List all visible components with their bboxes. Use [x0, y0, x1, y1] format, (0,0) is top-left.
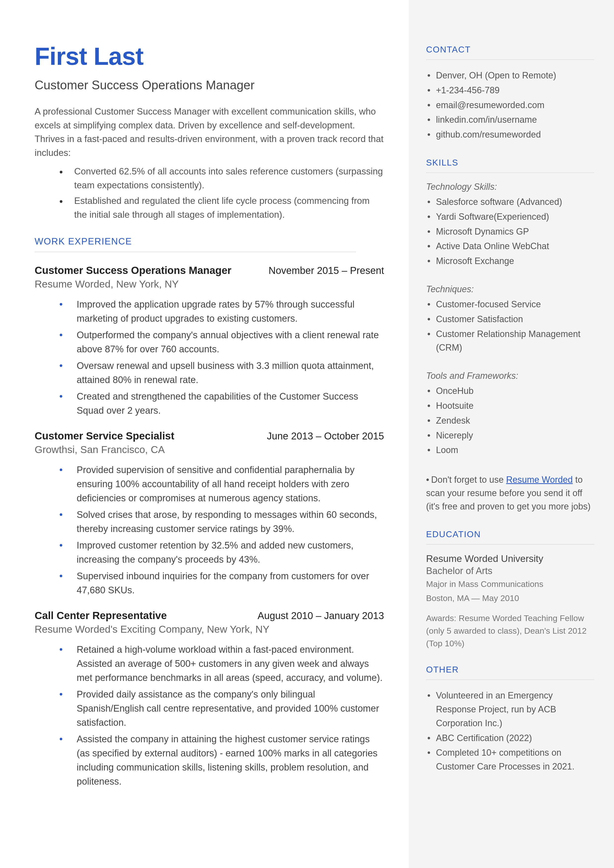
job-bullet: Supervised inbound inquiries for the com…	[59, 569, 384, 597]
side-rule	[426, 59, 594, 60]
skills-note: •Don't forget to use Resume Worded to sc…	[426, 473, 594, 513]
skill-item: Salesforce software (Advanced)	[426, 195, 594, 209]
job-bullet: Oversaw renewal and upsell business with…	[59, 359, 384, 387]
job-entry: Customer Success Operations Manager Nove…	[35, 264, 384, 418]
side-column: CONTACT Denver, OH (Open to Remote) +1-2…	[409, 0, 614, 868]
job-company: Resume Worded's Exciting Company, New Yo…	[35, 624, 384, 635]
job-bullets: Provided supervision of sensitive and co…	[35, 463, 384, 597]
education-school: Resume Worded University	[426, 553, 594, 564]
job-bullet: Provided supervision of sensitive and co…	[59, 463, 384, 505]
skills-group-title: Techniques:	[426, 284, 594, 295]
contact-item: +1-234-456-789	[426, 83, 594, 97]
section-rule	[35, 252, 356, 252]
job-bullet: Created and strengthened the capabilitie…	[59, 390, 384, 418]
bullet-icon: •	[426, 475, 431, 485]
contact-list: Denver, OH (Open to Remote) +1-234-456-7…	[426, 68, 594, 141]
main-column: First Last Customer Success Operations M…	[0, 0, 409, 868]
skill-item: Customer-focused Service	[426, 297, 594, 311]
skill-item: Zendesk	[426, 414, 594, 427]
other-heading: OTHER	[426, 665, 594, 674]
skill-item: Hootsuite	[426, 399, 594, 413]
other-list: Volunteered in an Emergency Response Pro…	[426, 689, 594, 773]
education-awards: Awards: Resume Worded Teaching Fellow (o…	[426, 612, 594, 650]
skill-item: Customer Relationship Management (CRM)	[426, 327, 594, 355]
skills-group-title: Tools and Frameworks:	[426, 371, 594, 381]
job-header: Call Center Representative August 2010 –…	[35, 610, 384, 621]
skills-group-title: Technology Skills:	[426, 182, 594, 192]
skill-item: Active Data Online WebChat	[426, 239, 594, 253]
job-bullet: Provided daily assistance as the company…	[59, 687, 384, 730]
side-rule	[426, 172, 594, 173]
note-prefix: Don't forget to use	[431, 475, 506, 485]
contact-item: linkedin.com/in/username	[426, 113, 594, 127]
skill-item: Microsoft Dynamics GP	[426, 225, 594, 239]
job-bullets: Improved the application upgrade rates b…	[35, 297, 384, 418]
job-bullet: Assisted the company in attaining the hi…	[59, 732, 384, 789]
skills-heading: SKILLS	[426, 158, 594, 168]
job-header: Customer Service Specialist June 2013 – …	[35, 430, 384, 442]
contact-heading: CONTACT	[426, 45, 594, 54]
job-bullet: Outperformed the company's annual object…	[59, 328, 384, 356]
summary-text: A professional Customer Success Manager …	[35, 105, 384, 160]
side-rule	[426, 679, 594, 680]
other-item: Volunteered in an Emergency Response Pro…	[426, 689, 594, 730]
education-block: Resume Worded University Bachelor of Art…	[426, 553, 594, 604]
summary-bullet: Converted 62.5% of all accounts into sal…	[59, 165, 384, 192]
skills-list: OnceHub Hootsuite Zendesk Nicereply Loom	[426, 384, 594, 457]
skills-list: Salesforce software (Advanced) Yardi Sof…	[426, 195, 594, 268]
job-bullet: Improved customer retention by 32.5% and…	[59, 539, 384, 567]
job-company: Resume Worded, New York, NY	[35, 278, 384, 290]
applicant-title: Customer Success Operations Manager	[35, 78, 384, 92]
work-experience-heading: WORK EXPERIENCE	[35, 236, 384, 247]
contact-item: email@resumeworded.com	[426, 98, 594, 112]
job-dates: November 2015 – Present	[268, 265, 384, 276]
job-dates: June 2013 – October 2015	[267, 430, 384, 442]
job-role: Call Center Representative	[35, 610, 167, 621]
job-header: Customer Success Operations Manager Nove…	[35, 264, 384, 276]
skill-item: Yardi Software(Experienced)	[426, 210, 594, 224]
skill-item: Customer Satisfaction	[426, 312, 594, 326]
job-dates: August 2010 – January 2013	[257, 610, 384, 621]
skill-item: Nicereply	[426, 429, 594, 443]
summary-bullet: Established and regulated the client lif…	[59, 194, 384, 222]
contact-item: github.com/resumeworded	[426, 128, 594, 141]
job-role: Customer Success Operations Manager	[35, 264, 231, 276]
job-entry: Customer Service Specialist June 2013 – …	[35, 430, 384, 597]
applicant-name: First Last	[35, 42, 384, 70]
skill-item: OnceHub	[426, 384, 594, 398]
skill-item: Microsoft Exchange	[426, 254, 594, 268]
job-entry: Call Center Representative August 2010 –…	[35, 610, 384, 789]
education-heading: EDUCATION	[426, 529, 594, 539]
side-rule	[426, 544, 594, 545]
other-item: ABC Certification (2022)	[426, 731, 594, 745]
education-major: Major in Mass Communications	[426, 578, 594, 590]
education-location: Boston, MA — May 2010	[426, 592, 594, 604]
job-bullet: Retained a high-volume workload within a…	[59, 643, 384, 685]
job-bullets: Retained a high-volume workload within a…	[35, 643, 384, 789]
resume-worded-link[interactable]: Resume Worded	[506, 475, 573, 485]
education-degree: Bachelor of Arts	[426, 566, 594, 576]
summary-bullets: Converted 62.5% of all accounts into sal…	[35, 165, 384, 222]
skills-list: Customer-focused Service Customer Satisf…	[426, 297, 594, 354]
job-bullet: Solved crises that arose, by responding …	[59, 508, 384, 536]
job-company: Growthsi, San Francisco, CA	[35, 444, 384, 455]
contact-item: Denver, OH (Open to Remote)	[426, 68, 594, 82]
other-item: Completed 10+ competitions on Customer C…	[426, 746, 594, 773]
job-bullet: Improved the application upgrade rates b…	[59, 297, 384, 326]
skill-item: Loom	[426, 443, 594, 457]
job-role: Customer Service Specialist	[35, 430, 174, 442]
